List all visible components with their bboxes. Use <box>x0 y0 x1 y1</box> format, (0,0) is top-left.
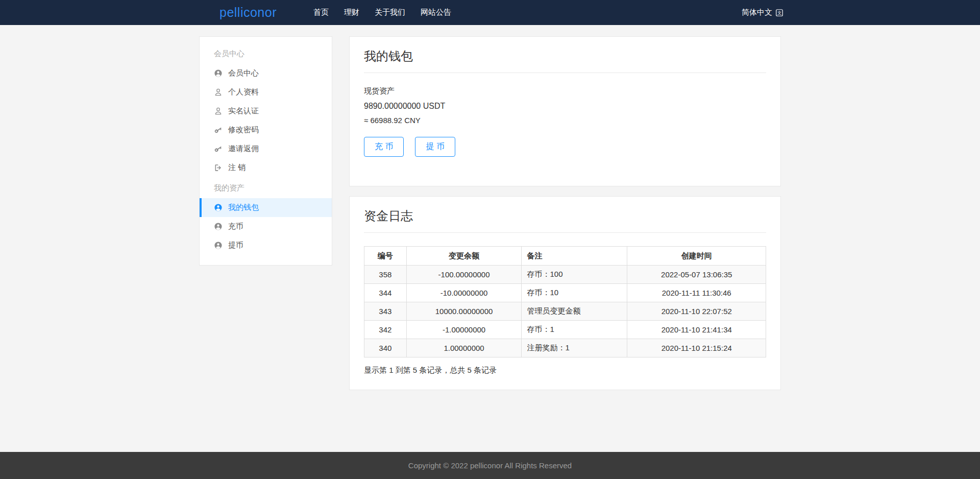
table-cell: 10000.00000000 <box>406 302 522 321</box>
copyright-text: Copyright © 2022 pelliconor All Rights R… <box>408 461 572 470</box>
asset-label: 现货资产 <box>364 86 766 96</box>
brand-logo[interactable]: pelliconor <box>219 5 277 20</box>
sidebar-item-label: 修改密码 <box>228 125 259 135</box>
table-cell: 344 <box>364 284 407 302</box>
translate-icon: 文 <box>775 9 783 17</box>
column-header: 创建时间 <box>627 247 766 266</box>
sidebar-item-label: 个人资料 <box>228 87 259 97</box>
deposit-button[interactable]: 充 币 <box>364 137 404 157</box>
nav-link-1[interactable]: 理财 <box>344 8 359 17</box>
asset-amount-usdt: 9890.00000000 USDT <box>364 102 766 111</box>
table-cell: 340 <box>364 339 407 357</box>
sidebar-item[interactable]: 修改密码 <box>200 121 332 139</box>
fund-log-header-row: 编号变更余额备注创建时间 <box>364 247 766 266</box>
svg-text:文: 文 <box>777 10 782 15</box>
sidebar: 会员中心会员中心个人资料实名认证修改密码邀请返佣注 销我的资产我的钱包充币提币 <box>199 36 332 266</box>
sidebar-item[interactable]: 注 销 <box>200 158 332 177</box>
user-circle-icon <box>214 222 223 231</box>
key-icon <box>214 126 223 134</box>
language-switcher[interactable]: 简体中文 文 <box>742 8 783 17</box>
table-cell: 358 <box>364 266 407 284</box>
logout-icon <box>214 163 223 172</box>
navbar: pelliconor 首页理财关于我们网站公告 简体中文 文 <box>0 0 980 25</box>
wallet-card: 我的钱包 现货资产 9890.00000000 USDT ≈ 66988.92 … <box>349 36 781 186</box>
sidebar-item[interactable]: 会员中心 <box>200 64 332 83</box>
nav-link-2[interactable]: 关于我们 <box>375 8 405 17</box>
main-content: 我的钱包 现货资产 9890.00000000 USDT ≈ 66988.92 … <box>349 36 781 390</box>
table-cell: -10.00000000 <box>406 284 522 302</box>
user-circle-icon <box>214 69 223 78</box>
sidebar-group-header: 我的资产 <box>200 177 332 198</box>
table-cell: 2022-05-07 13:06:35 <box>627 266 766 284</box>
nav-link-3[interactable]: 网站公告 <box>421 8 451 17</box>
column-header: 变更余额 <box>406 247 522 266</box>
sidebar-item[interactable]: 个人资料 <box>200 83 332 102</box>
page-content: 会员中心会员中心个人资料实名认证修改密码邀请返佣注 销我的资产我的钱包充币提币 … <box>199 25 781 452</box>
sidebar-item-label: 会员中心 <box>228 68 259 78</box>
fund-log-card: 资金日志 编号变更余额备注创建时间 358-100.00000000存币：100… <box>349 196 781 390</box>
user-circle-icon <box>214 203 223 212</box>
sidebar-item[interactable]: 实名认证 <box>200 102 332 121</box>
table-cell: -100.00000000 <box>406 266 522 284</box>
table-row: 344-10.00000000存币：102020-11-11 11:30:46 <box>364 284 766 302</box>
fund-log-title: 资金日志 <box>364 208 766 233</box>
sidebar-item[interactable]: 充币 <box>200 217 332 236</box>
withdraw-button[interactable]: 提 币 <box>415 137 455 157</box>
wallet-actions: 充 币 提 币 <box>364 137 766 157</box>
table-cell: 存币：100 <box>522 266 627 284</box>
sidebar-item-label: 实名认证 <box>228 106 259 116</box>
table-cell: -1.00000000 <box>406 321 522 339</box>
records-summary: 显示第 1 到第 5 条记录，总共 5 条记录 <box>364 366 766 378</box>
table-cell: 2020-11-10 22:07:52 <box>627 302 766 321</box>
sidebar-item[interactable]: 邀请返佣 <box>200 139 332 158</box>
sidebar-item[interactable]: 我的钱包 <box>200 198 332 217</box>
table-cell: 2020-11-10 21:41:34 <box>627 321 766 339</box>
column-header: 备注 <box>522 247 627 266</box>
table-cell: 343 <box>364 302 407 321</box>
fund-log-body: 358-100.00000000存币：1002022-05-07 13:06:3… <box>364 266 766 357</box>
wallet-card-title: 我的钱包 <box>364 48 766 73</box>
sidebar-item-label: 提币 <box>228 241 243 250</box>
table-cell: 管理员变更金额 <box>522 302 627 321</box>
table-cell: 342 <box>364 321 407 339</box>
user-circle-icon <box>214 241 223 250</box>
table-cell: 1.00000000 <box>406 339 522 357</box>
fund-log-table: 编号变更余额备注创建时间 358-100.00000000存币：1002022-… <box>364 246 766 357</box>
table-row: 342-1.00000000存币：12020-11-10 21:41:34 <box>364 321 766 339</box>
footer: Copyright © 2022 pelliconor All Rights R… <box>0 452 980 479</box>
table-cell: 2020-11-10 21:15:24 <box>627 339 766 357</box>
sidebar-item-label: 充币 <box>228 222 243 231</box>
asset-amount-cny: ≈ 66988.92 CNY <box>364 116 766 125</box>
table-row: 3401.00000000注册奖励：12020-11-10 21:15:24 <box>364 339 766 357</box>
sidebar-item[interactable]: 提币 <box>200 236 332 255</box>
nav-links: 首页理财关于我们网站公告 <box>313 8 451 17</box>
table-row: 34310000.00000000管理员变更金额2020-11-10 22:07… <box>364 302 766 321</box>
nav-link-0[interactable]: 首页 <box>313 8 329 17</box>
sidebar-item-label: 邀请返佣 <box>228 144 259 154</box>
sidebar-item-label: 我的钱包 <box>228 203 259 212</box>
sidebar-group-header: 会员中心 <box>200 43 332 64</box>
language-label: 简体中文 <box>742 8 772 17</box>
user-outline-icon <box>214 107 223 115</box>
sidebar-item-label: 注 销 <box>228 163 246 173</box>
table-cell: 存币：10 <box>522 284 627 302</box>
user-outline-icon <box>214 88 223 97</box>
column-header: 编号 <box>364 247 407 266</box>
table-row: 358-100.00000000存币：1002022-05-07 13:06:3… <box>364 266 766 284</box>
table-cell: 存币：1 <box>522 321 627 339</box>
fund-log-table-wrap: 编号变更余额备注创建时间 358-100.00000000存币：1002022-… <box>364 246 766 357</box>
table-cell: 注册奖励：1 <box>522 339 627 357</box>
key-icon <box>214 145 223 153</box>
table-cell: 2020-11-11 11:30:46 <box>627 284 766 302</box>
navbar-inner: pelliconor 首页理财关于我们网站公告 简体中文 文 <box>197 0 783 25</box>
